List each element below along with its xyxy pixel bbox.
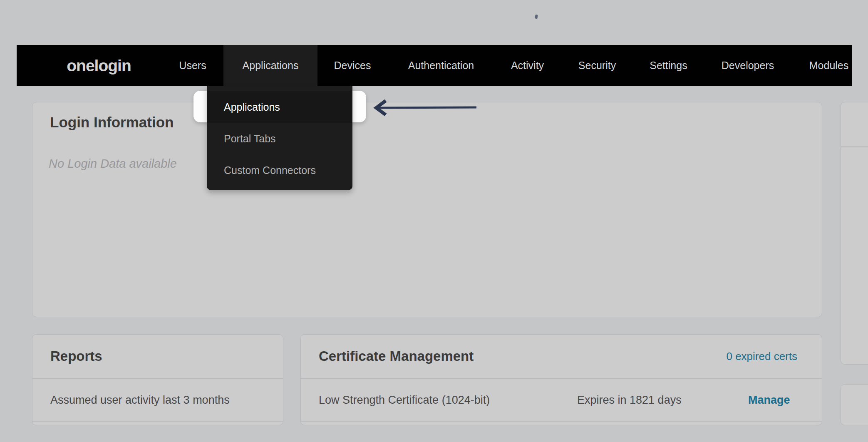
dropdown-item-applications[interactable]: Applications: [207, 91, 352, 123]
expired-certs-link[interactable]: 0 expired certs: [726, 350, 797, 363]
nav-item-authentication[interactable]: Authentication: [397, 45, 485, 86]
certificate-card-header: Certificate Management 0 expired certs: [301, 335, 822, 379]
onelogin-admin-dashboard: onelogin Users Applications Devices Auth…: [0, 0, 868, 442]
top-navbar: onelogin Users Applications Devices Auth…: [17, 45, 852, 86]
nav-item-settings[interactable]: Settings: [644, 45, 693, 86]
reports-title: Reports: [50, 348, 258, 364]
login-information-title: Login Information: [50, 114, 804, 131]
certificate-name: Low Strength Certificate (1024-bit): [319, 394, 490, 407]
partial-card-right-top: [841, 102, 868, 365]
reports-card: Reports Assumed user activity last 3 mon…: [32, 334, 283, 425]
nav-item-security[interactable]: Security: [573, 45, 621, 86]
nav-item-developers[interactable]: Developers: [717, 45, 779, 86]
nav-item-applications[interactable]: Applications: [223, 45, 317, 86]
dropdown-item-custom-connectors[interactable]: Custom Connectors: [207, 154, 352, 186]
nav-item-users[interactable]: Users: [168, 45, 218, 86]
nav-item-activity[interactable]: Activity: [503, 45, 551, 86]
onelogin-logo[interactable]: onelogin: [58, 45, 139, 86]
reports-card-header: Reports: [32, 335, 283, 379]
cursor-artifact-mark: [535, 15, 538, 19]
certificate-management-title: Certificate Management: [319, 348, 726, 364]
applications-dropdown-menu: Applications Portal Tabs Custom Connecto…: [207, 86, 352, 190]
manage-certificate-link[interactable]: Manage: [748, 394, 790, 407]
certificate-expiry: Expires in 1821 days: [577, 394, 682, 407]
divider: [841, 147, 868, 147]
nav-item-modules[interactable]: Modules: [805, 45, 853, 86]
nav-item-devices[interactable]: Devices: [327, 45, 378, 86]
certificate-management-card: Certificate Management 0 expired certs L…: [300, 334, 822, 425]
login-information-card: Login Information No Login Data availabl…: [32, 102, 822, 317]
annotation-arrow-icon: [373, 99, 478, 117]
partial-card-right-bottom: [841, 384, 868, 425]
report-list-item[interactable]: Assumed user activity last 3 months: [32, 379, 283, 422]
no-login-data-message: No Login Data available: [49, 157, 804, 171]
certificate-row: Low Strength Certificate (1024-bit) Expi…: [301, 379, 822, 422]
report-row-label: Assumed user activity last 3 months: [50, 394, 230, 407]
dropdown-item-portal-tabs[interactable]: Portal Tabs: [207, 123, 352, 154]
